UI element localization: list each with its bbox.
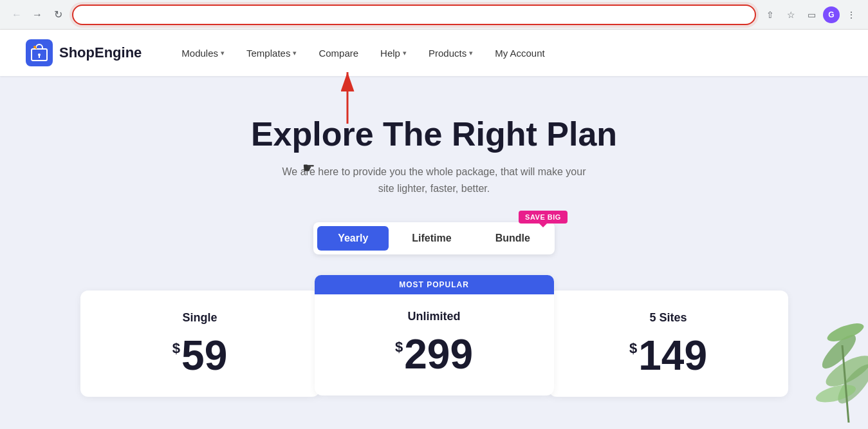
- unlimited-plan-card: MOST POPULAR Unlimited $ 299: [315, 275, 554, 396]
- navigation: ShopEngine Modules ▾ Templates ▾ Compare…: [0, 30, 868, 76]
- logo-area[interactable]: ShopEngine: [26, 39, 142, 66]
- single-plan-name: Single: [98, 311, 302, 325]
- nav-templates[interactable]: Templates ▾: [237, 43, 306, 64]
- svg-line-12: [842, 345, 849, 423]
- browser-nav-buttons: ← → ↻: [8, 6, 67, 24]
- nav-compare[interactable]: Compare: [309, 43, 367, 64]
- svg-point-7: [822, 350, 868, 392]
- menu-button[interactable]: ⋮: [842, 6, 860, 24]
- save-big-badge: SAVE BIG: [519, 211, 568, 224]
- unlimited-plan-name: Unlimited: [333, 310, 536, 323]
- single-plan-price: $ 59: [98, 335, 302, 376]
- chevron-down-icon: ▾: [469, 49, 473, 57]
- billing-toggle-section: SAVE BIG Yearly Lifetime Bundle: [313, 222, 555, 254]
- bookmark-button[interactable]: ☆: [782, 6, 800, 24]
- forward-button[interactable]: →: [28, 6, 46, 24]
- nav-help[interactable]: Help ▾: [371, 43, 416, 64]
- logo-icon: [26, 39, 53, 66]
- five-sites-currency: $: [629, 340, 637, 357]
- chevron-down-icon: ▾: [221, 49, 225, 57]
- popular-banner: MOST POPULAR: [315, 275, 554, 294]
- bundle-toggle-button[interactable]: Bundle: [475, 226, 551, 251]
- main-content: ☛ Explore The Right Plan We are here to …: [0, 76, 868, 423]
- page-title: Explore The Right Plan: [251, 115, 617, 153]
- five-sites-plan-name: 5 Sites: [567, 311, 770, 325]
- address-bar-wrap: wpmet.com/plugin/shopengine/pricing/?utm…: [72, 5, 756, 25]
- single-currency: $: [172, 340, 180, 357]
- share-button[interactable]: ⇧: [761, 6, 779, 24]
- svg-point-9: [825, 320, 865, 345]
- five-sites-amount: 149: [638, 335, 707, 376]
- five-sites-plan-price: $ 149: [567, 335, 770, 376]
- unlimited-amount: 299: [404, 334, 473, 375]
- nav-items: Modules ▾ Templates ▾ Compare Help ▾ Pro…: [172, 43, 842, 64]
- logo-text: ShopEngine: [59, 44, 142, 61]
- single-amount: 59: [181, 335, 227, 376]
- single-plan-card: Single $ 59: [80, 291, 320, 397]
- nav-modules[interactable]: Modules ▾: [172, 43, 234, 64]
- unlimited-plan-price: $ 299: [333, 334, 536, 375]
- billing-toggle: Yearly Lifetime Bundle: [313, 222, 555, 254]
- profile-avatar[interactable]: G: [823, 6, 840, 23]
- chevron-down-icon: ▾: [403, 49, 407, 57]
- svg-point-8: [818, 330, 860, 373]
- nav-products[interactable]: Products ▾: [420, 43, 482, 64]
- browser-actions: ⇧ ☆ ▭ G ⋮: [761, 6, 860, 24]
- website-content: ShopEngine Modules ▾ Templates ▾ Compare…: [0, 30, 868, 429]
- split-screen-button[interactable]: ▭: [802, 6, 820, 24]
- page-subtitle: We are here to provide you the whole pac…: [273, 164, 595, 196]
- address-bar[interactable]: wpmet.com/plugin/shopengine/pricing/?utm…: [72, 5, 756, 25]
- nav-my-account[interactable]: My Account: [486, 43, 554, 64]
- chevron-down-icon: ▾: [293, 49, 297, 57]
- yearly-toggle-button[interactable]: Yearly: [317, 226, 389, 251]
- back-button[interactable]: ←: [8, 6, 26, 24]
- lifetime-toggle-button[interactable]: Lifetime: [391, 226, 472, 251]
- browser-chrome: ← → ↻ wpmet.com/plugin/shopengine/pricin…: [0, 0, 868, 30]
- unlimited-currency: $: [395, 339, 403, 356]
- refresh-button[interactable]: ↻: [49, 6, 67, 24]
- svg-point-10: [833, 359, 868, 408]
- five-sites-plan-card: 5 Sites $ 149: [549, 291, 788, 397]
- pricing-cards: Single $ 59 MOST POPULAR Unlimited $ 299…: [80, 275, 788, 397]
- svg-point-11: [814, 381, 858, 406]
- plant-decoration: [791, 294, 868, 423]
